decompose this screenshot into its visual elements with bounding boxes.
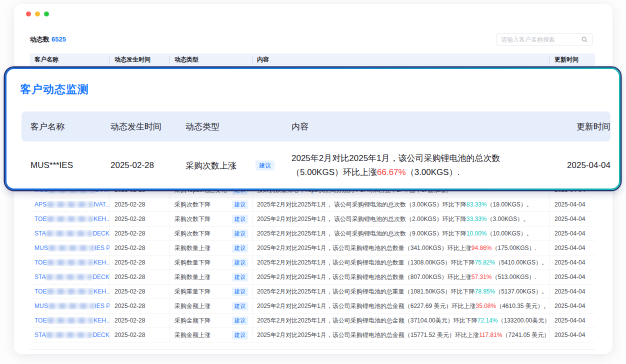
customer-name-prefix: STA [34, 332, 46, 338]
occur-time-cell: 2025-02-28 [110, 270, 170, 284]
suggestion-badge[interactable]: 建议 [232, 258, 248, 267]
content-cell: 2025年2月对比2025年1月，该公司采购锂电池的总数量（1308.00KGS… [252, 256, 550, 270]
content-cell: 2025年2月对比2025年1月， 该公司采购锂电池的总次数（2.00KGS）环… [252, 212, 550, 226]
header-update-time[interactable]: 更新时间 [550, 56, 595, 64]
customer-name-cell[interactable]: TOEKEH... [30, 314, 110, 328]
percent-value: 117.81% [479, 332, 502, 338]
customer-search[interactable] [496, 33, 592, 46]
customer-name-suffix: DECK... [92, 230, 110, 237]
dynamic-type-value: 采购重量下降 [174, 288, 210, 296]
customer-name-link[interactable]: TOEKEH... [34, 216, 110, 222]
header-dynamic-type[interactable]: 动态类型 [170, 56, 252, 64]
table-bottom-divider [30, 350, 595, 350]
search-icon[interactable] [581, 36, 588, 43]
table-row[interactable]: STADECK... 2025-02-28 采购数量上涨 建议 2025年2月对… [30, 270, 595, 284]
suggestion-badge[interactable]: 建议 [232, 200, 248, 209]
suggestion-badge[interactable]: 建议 [232, 244, 248, 252]
update-time-cell: 2025-04-04 [550, 256, 595, 270]
table-row[interactable]: TOEKEH... 2025-02-28 采购重量下降 建议 2025年2月对比… [30, 284, 595, 299]
redacted-name-segment [47, 288, 93, 294]
occur-time-value: 2025-02-28 [114, 302, 145, 310]
content-text: 2025年2月对比2025年1月，该公司采购锂电池的总金额（37104.00美元… [257, 316, 478, 325]
table-row[interactable]: TOEKEH... 2025-02-28 采购金额下降 建议 2025年2月对比… [30, 314, 595, 328]
suggestion-badge[interactable]: 建议 [232, 230, 248, 238]
suggestion-badge[interactable]: 建议 [232, 288, 248, 296]
customer-name-cell[interactable]: APSIVAT... [30, 198, 110, 212]
customer-name-suffix: IES P... [95, 302, 110, 310]
suggestion-badge[interactable]: 建议 [232, 316, 248, 325]
update-time-cell: 2025-04-04 [550, 212, 595, 226]
customer-name-cell[interactable]: TOEKEH... [30, 212, 110, 226]
customer-name-cell[interactable]: MUSIES P... [30, 241, 110, 255]
card-suggestion-badge[interactable]: 建议 [256, 160, 274, 170]
card-header-row: 客户名称 动态发生时间 动态类型 内容 更新时间 [22, 112, 610, 142]
customer-name-link[interactable]: APSIVAT... [34, 201, 110, 208]
table-row[interactable]: MUSIES P... 2025-02-28 采购数量上涨 建议 2025年2月… [30, 241, 595, 256]
customer-name-suffix: IVAT... [94, 201, 110, 208]
customer-name-cell[interactable]: STADECK... [30, 328, 110, 342]
content-text: 2025年2月对比2025年1月， 该公司采购锂电池的总次数（2.00KGS）环… [257, 215, 466, 224]
percent-value: 75.82% [474, 259, 495, 266]
dynamic-count-value: 6525 [52, 36, 66, 43]
customer-name-cell[interactable]: TOEKEH... [30, 284, 110, 298]
percent-value: 35.08% [476, 302, 496, 310]
customer-name-cell[interactable]: STADECK... [30, 226, 110, 240]
customer-name-link[interactable]: STADECK... [34, 332, 110, 338]
header-customer-name[interactable]: 客户名称 [30, 56, 110, 64]
suggestion-badge[interactable]: 建议 [232, 331, 248, 340]
redacted-name-segment [47, 260, 93, 266]
card-occur-time: 2025-02-28 [102, 160, 176, 170]
table-row[interactable]: TOEKEH... 2025-02-28 采购次数下降 建议 2025年2月对比… [30, 212, 595, 226]
redacted-name-segment [47, 318, 93, 324]
minimize-window-icon[interactable] [35, 12, 40, 16]
customer-name-link[interactable]: STADECK... [34, 274, 110, 280]
table-row[interactable]: STADECK... 2025-02-28 采购次数下降 建议 2025年2月对… [30, 226, 595, 241]
customer-name-cell[interactable]: TOEKEH... [30, 256, 110, 270]
table-row[interactable]: STADECK... 2025-02-28 采购金额上涨 建议 2025年2月对… [30, 328, 595, 342]
dynamic-type-value: 采购次数下降 [174, 230, 210, 238]
customer-name-link[interactable]: STADECK... [34, 230, 110, 237]
customer-name-link[interactable]: MUSIES P... [34, 244, 110, 252]
customer-name-link[interactable]: TOEKEH... [34, 288, 110, 295]
redacted-name-segment [47, 216, 93, 222]
table-row[interactable]: APSIVAT... 2025-02-28 采购次数下降 建议 2025年2月对… [30, 198, 595, 212]
content-text-after: （7241.05 美元）。 [502, 331, 550, 340]
occur-time-cell: 2025-02-28 [110, 198, 170, 212]
update-time-value: 2025-04-04 [554, 317, 585, 324]
content-cell: 2025年2月对比2025年1月，该公司采购锂电池的总数量（341.00KGS）… [252, 241, 550, 255]
customer-name-link[interactable]: MUSIES P... [34, 302, 110, 310]
dynamic-type-cell: 采购重量下降 建议 [170, 284, 252, 298]
update-time-value: 2025-04-04 [554, 230, 585, 237]
dynamic-type-cell: 采购金额上涨 建议 [170, 299, 252, 313]
suggestion-badge[interactable]: 建议 [232, 273, 248, 282]
content-text: 2025年2月对比2025年1月， 该公司采购锂电池的总次数（9.00KGS）环… [257, 230, 466, 238]
search-input[interactable] [501, 36, 581, 43]
customer-name-cell[interactable]: STADECK... [30, 270, 110, 284]
percent-value: 72.14% [478, 317, 498, 324]
header-content[interactable]: 内容 [252, 56, 550, 64]
customer-name-link[interactable]: TOEKEH... [34, 317, 110, 324]
content-text-after: （3.00KGS）。 [486, 215, 529, 224]
content-text: 2025年2月对比2025年1月，该公司采购锂电池的总数量（341.00KGS）… [257, 244, 472, 252]
card-customer-name[interactable]: MUS***IES [22, 160, 102, 170]
content-text-after: （10.00KGS）。 [486, 230, 532, 238]
table-row[interactable]: TOEKEH... 2025-02-28 采购数量下降 建议 2025年2月对比… [30, 256, 595, 270]
card-data-row[interactable]: MUS***IES 2025-02-28 采购次数上涨 建议 2025年2月对比… [22, 142, 610, 190]
header-occur-time[interactable]: 动态发生时间 [110, 56, 170, 64]
dynamic-type-cell: 采购次数下降 建议 [170, 226, 252, 240]
update-time-value: 2025-04-04 [554, 216, 585, 222]
occur-time-value: 2025-02-28 [114, 317, 145, 324]
dynamic-type-value: 采购金额下降 [174, 316, 210, 325]
table-row[interactable]: MUSIES P... 2025-02-28 采购金额上涨 建议 2025年2月… [30, 299, 595, 314]
customer-name-cell[interactable]: MUSIES P... [30, 299, 110, 313]
update-time-cell: 2025-04-04 [550, 299, 595, 313]
redacted-name-segment [47, 202, 93, 208]
close-window-icon[interactable] [26, 12, 31, 16]
suggestion-badge[interactable]: 建议 [232, 302, 248, 310]
maximize-window-icon[interactable] [44, 12, 49, 16]
customer-name-link[interactable]: TOEKEH... [34, 259, 110, 266]
card-dynamic-type-value: 采购次数上涨 [186, 160, 236, 172]
customer-name-prefix: MUS [34, 302, 48, 310]
suggestion-badge[interactable]: 建议 [232, 215, 248, 224]
customer-name-suffix: KEH... [94, 259, 110, 266]
